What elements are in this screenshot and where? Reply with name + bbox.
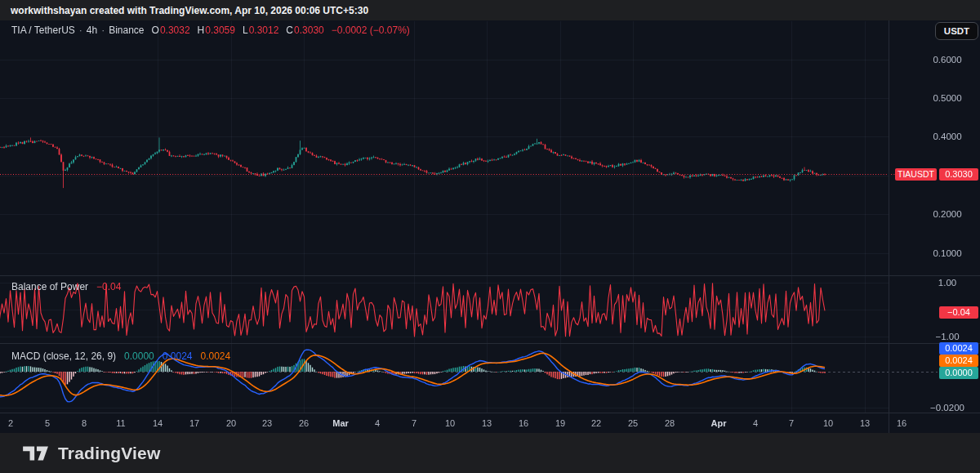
time-tick: 13 <box>860 418 870 428</box>
macd-title[interactable]: MACD <box>11 350 40 362</box>
price-axis-label: 0.5000 <box>916 91 978 105</box>
price-axis-label: 1.00 <box>916 276 978 289</box>
macd-hist-badge: 0.0000 <box>939 367 978 379</box>
separator: · <box>101 25 105 36</box>
separator: · <box>79 25 82 36</box>
macd-signal-badge: 0.0024 <box>939 355 978 367</box>
time-tick: 7 <box>789 418 794 428</box>
macd-line-value: 0.0024 <box>163 350 193 362</box>
change-value: −0.0002 (−0.07%) <box>332 25 410 36</box>
interval-label[interactable]: 4h <box>87 25 97 36</box>
macd-signal-value: 0.0024 <box>200 350 230 362</box>
bop-value-badge: −0.04 <box>939 306 978 319</box>
time-axis[interactable]: 258111417202326Mar4710131619222528Apr471… <box>0 418 980 433</box>
ohlc-close: C0.3030 <box>286 25 323 36</box>
ohlc-open: O0.3032 <box>152 25 190 36</box>
time-tick: 2 <box>8 418 13 428</box>
time-tick: 10 <box>445 418 455 428</box>
chart-canvas[interactable] <box>0 0 980 473</box>
last-price-badge: 0.3030 <box>939 168 978 181</box>
footer-bar: TradingView <box>0 433 980 473</box>
time-tick: 4 <box>375 418 380 428</box>
time-tick: 4 <box>753 418 758 428</box>
macd-line-badge: 0.0024 <box>939 342 978 355</box>
symbol-price-badge: TIAUSDT <box>895 168 937 181</box>
time-tick: Apr <box>711 418 727 428</box>
price-axis-label: 0.2000 <box>916 207 978 221</box>
symbol-name[interactable]: TIA / TetherUS <box>11 25 75 36</box>
macd-legend[interactable]: MACD (close, 12, 26, 9)0.00000.00240.002… <box>11 350 230 362</box>
price-axis-label: 0.1000 <box>916 247 978 260</box>
exchange-label[interactable]: Binance <box>109 25 144 36</box>
main-legend[interactable]: TIA / TetherUS·4h·BinanceO0.3032H0.3059L… <box>11 25 410 36</box>
price-axis-label: 0.4000 <box>916 130 978 143</box>
price-axis-label: −0.0200 <box>916 401 978 414</box>
tradingview-brand-text[interactable]: TradingView <box>58 444 161 463</box>
time-tick: 22 <box>591 418 601 428</box>
macd-params: (close, 12, 26, 9) <box>43 350 116 362</box>
ohlc-low: L0.3012 <box>243 25 278 36</box>
time-tick: 19 <box>555 418 565 428</box>
time-tick: 8 <box>82 418 87 428</box>
time-tick: 13 <box>482 418 492 428</box>
price-axis-label: −1.00 <box>916 330 978 343</box>
time-tick: 5 <box>45 418 50 428</box>
time-tick: 23 <box>262 418 272 428</box>
time-tick: 16 <box>519 418 528 428</box>
time-tick: 28 <box>665 418 675 428</box>
top-bar: workwithshayan created with TradingView.… <box>0 0 980 20</box>
bop-title[interactable]: Balance of Power <box>11 281 88 292</box>
currency-unit-button[interactable]: USDT <box>935 22 978 40</box>
bop-legend[interactable]: Balance of Power−0.04 <box>11 281 121 292</box>
price-axis-label: 0.6000 <box>916 53 978 66</box>
time-tick: 20 <box>226 418 236 428</box>
time-tick: 11 <box>116 418 125 428</box>
time-tick: 26 <box>299 418 309 428</box>
tradingview-logo-icon[interactable] <box>22 442 50 465</box>
tradingview-chart-window: workwithshayan created with TradingView.… <box>0 0 980 473</box>
bop-value: −0.04 <box>96 281 121 292</box>
time-tick: 25 <box>628 418 638 428</box>
time-tick: 16 <box>897 418 906 428</box>
ohlc-high: H0.3059 <box>198 25 235 36</box>
time-tick: 10 <box>823 418 833 428</box>
macd-hist-value: 0.0000 <box>124 350 154 362</box>
attribution-text: workwithshayan created with TradingView.… <box>11 5 368 16</box>
time-tick: Mar <box>332 418 349 428</box>
time-tick: 14 <box>153 418 163 428</box>
time-tick: 7 <box>412 418 416 428</box>
time-tick: 17 <box>189 418 199 428</box>
